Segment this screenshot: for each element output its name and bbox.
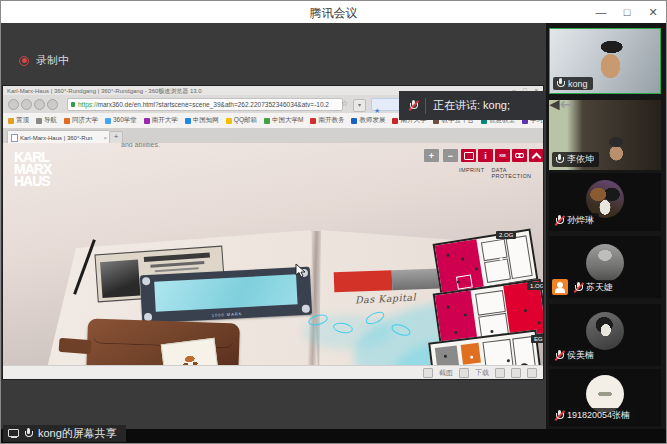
data-protection-link[interactable]: DATA PROTECTION (491, 167, 543, 179)
participant-name-chip: kong (553, 77, 593, 90)
info-button[interactable]: i (478, 149, 493, 162)
home-icon[interactable] (47, 99, 58, 110)
minimize-button[interactable]: — (588, 1, 614, 23)
mic-small-icon (24, 428, 33, 439)
bookmark-item[interactable]: 中国知网 (185, 116, 219, 125)
mic-muted-icon (409, 100, 418, 111)
url-dropdown-icon[interactable]: ▾ (353, 99, 366, 112)
participant-tile-kong[interactable]: kong (549, 28, 661, 94)
close-button[interactable]: ✕ (640, 1, 666, 23)
collapse-controls-button[interactable] (529, 149, 543, 162)
participants-sidebar: kong 李依坤 孙烨琳 苏天婕 (546, 23, 667, 429)
page-icon (11, 134, 18, 142)
favicon (64, 118, 70, 124)
record-icon (19, 56, 29, 66)
banknote-screen[interactable]: 1000 MARK (140, 267, 312, 324)
maximize-button[interactable]: □ (614, 1, 640, 23)
mic-muted-icon (574, 282, 583, 293)
participant-name-chip: 苏天婕 (571, 280, 618, 295)
bookmark-item[interactable]: 南开教务 (310, 116, 344, 125)
recording-label: 录制中 (36, 53, 69, 68)
gallery-button[interactable] (461, 149, 476, 162)
participant-tile-5[interactable]: 侯美楠 (549, 304, 661, 366)
status-icon[interactable] (527, 368, 537, 378)
favicon (8, 118, 14, 124)
imprint-link[interactable]: IMPRINT (459, 167, 484, 179)
refresh-icon[interactable] (34, 99, 45, 110)
host-badge-icon (552, 279, 568, 295)
bookmark-item[interactable]: 置顶 (8, 116, 29, 125)
status-item[interactable]: 下载 (475, 368, 489, 378)
tab-close-icon[interactable]: × (103, 135, 107, 141)
status-icon[interactable] (459, 368, 469, 378)
favicon (351, 118, 357, 124)
tab-karl-marx-haus[interactable]: Karl-Marx-Haus | 360°-Run × (7, 130, 111, 144)
gallery-icon (464, 152, 474, 160)
url-bar[interactable]: https:// marx360.de/en.html?startscene=s… (67, 98, 343, 111)
participant-tile-6[interactable]: 191820054张楠 (549, 369, 661, 426)
bookmark-item[interactable]: 教师发展 (351, 116, 385, 125)
participant-name-chip: 191820054张楠 (552, 408, 635, 423)
tour-caption: and abilities. (121, 143, 160, 148)
wallet-strap (59, 338, 92, 354)
url-text: marx360.de/en.html?startscene=scene_39&a… (98, 101, 329, 108)
bookmark-star-icon[interactable]: ☆ (341, 99, 348, 108)
monitor-icon (8, 429, 19, 438)
karl-marx-haus-logo: KARL MARX HAUS (14, 151, 51, 187)
participant-tile-4[interactable]: 苏天婕 (549, 236, 661, 298)
recording-indicator: 录制中 (19, 53, 69, 68)
participant-tile-3[interactable]: 孙烨琳 (549, 173, 661, 231)
certificate-photo (100, 260, 140, 299)
status-icon[interactable] (511, 368, 521, 378)
mic-muted-icon (555, 410, 564, 421)
forward-icon[interactable] (21, 99, 32, 110)
tour-viewport[interactable]: and abilities. KARL MARX HAUS + − i KM I… (3, 143, 543, 365)
favicon (264, 118, 270, 124)
favicon (105, 118, 111, 124)
bookmark-item[interactable]: 360学堂 (105, 116, 137, 125)
mic-muted-icon (555, 215, 564, 226)
title-bar: 腾讯会议 — □ ✕ (1, 1, 666, 24)
status-icon[interactable] (423, 368, 433, 378)
favicon (185, 118, 191, 124)
bookmark-item[interactable]: 同济大学 (64, 116, 98, 125)
undo-arrow-icon[interactable]: ↩ (560, 96, 574, 113)
vr-button[interactable] (512, 149, 527, 162)
bookmark-item[interactable]: QQ邮箱 (226, 116, 257, 125)
bookmark-item[interactable]: 中国大学M (264, 116, 303, 125)
screen-share-chip: kong的屏幕共享 (3, 425, 126, 442)
participant-name-chip: 侯美楠 (552, 348, 599, 363)
favicon (226, 118, 232, 124)
avatar (586, 244, 624, 282)
bookmark-item[interactable]: 导航 (36, 116, 57, 125)
tab-bar: Karl-Marx-Haus | 360°-Run × + (3, 128, 543, 143)
status-item[interactable]: 截图 (439, 368, 453, 378)
share-label: kong的屏幕共享 (38, 426, 117, 441)
back-icon[interactable] (8, 99, 19, 110)
favicon (392, 118, 398, 124)
participant-name-chip: 李依坤 (552, 152, 599, 167)
vr-goggles-icon (515, 153, 524, 158)
favicon (310, 118, 316, 124)
zoom-in-button[interactable]: + (424, 149, 439, 162)
kmh-logo-button[interactable]: KM (495, 149, 510, 162)
avatar (586, 180, 624, 218)
banner-red-block (334, 270, 393, 292)
favicon (36, 118, 42, 124)
zoom-out-button[interactable]: − (443, 149, 458, 162)
floor-label-1og: 1.OG (527, 282, 543, 290)
speaking-indicator: 正在讲话: kong; (399, 91, 546, 120)
participant-name-chip: 孙烨琳 (552, 213, 599, 228)
browser-status-bar: 截图 下载 (3, 365, 543, 379)
mic-muted-icon (555, 350, 564, 361)
mouse-cursor (295, 263, 306, 278)
bookmark-item[interactable]: 南开大学 (144, 116, 178, 125)
lobster-sketch (177, 349, 203, 365)
banknote-video-area (154, 274, 297, 311)
shared-browser-window: Karl-Marx-Haus | 360°-Rundgang | 360°-Ru… (3, 86, 543, 379)
favicon (144, 118, 150, 124)
annotation-arrows[interactable]: ◄ ↩ (546, 96, 574, 113)
tab-title: Karl-Marx-Haus | 360°-Run (20, 135, 101, 141)
status-icon[interactable] (495, 368, 505, 378)
avatar (586, 312, 624, 350)
